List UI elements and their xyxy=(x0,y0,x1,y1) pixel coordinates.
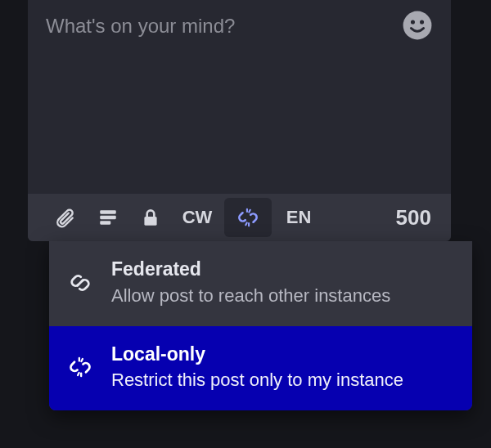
option-description: Restrict this post only to my instance xyxy=(111,368,403,392)
svg-rect-4 xyxy=(100,216,116,219)
poll-button[interactable] xyxy=(88,198,128,237)
option-title: Local-only xyxy=(111,343,403,367)
cw-label: CW xyxy=(182,207,213,228)
svg-rect-6 xyxy=(144,217,156,226)
svg-rect-5 xyxy=(100,221,110,224)
federation-option-federated[interactable]: Federated Allow post to reach other inst… xyxy=(49,241,472,326)
svg-line-10 xyxy=(246,223,246,226)
federation-dropdown: Federated Allow post to reach other inst… xyxy=(49,241,472,410)
compose-textarea[interactable]: What's on your mind? xyxy=(28,0,451,194)
language-button[interactable]: EN xyxy=(275,198,322,237)
emoji-picker-button[interactable] xyxy=(400,8,435,43)
svg-point-1 xyxy=(411,20,415,25)
compose-toolbar: CW EN 500 xyxy=(28,194,451,241)
option-description: Allow post to reach other instances xyxy=(111,284,390,308)
character-counter: 500 xyxy=(396,205,443,231)
svg-point-0 xyxy=(403,11,432,40)
broken-chain-icon xyxy=(67,354,93,380)
federation-button[interactable] xyxy=(224,198,272,237)
broken-chain-icon xyxy=(237,207,259,228)
lock-icon xyxy=(140,207,161,228)
svg-line-15 xyxy=(78,373,79,375)
poll-icon xyxy=(97,207,119,228)
smiley-icon xyxy=(402,10,433,41)
svg-line-8 xyxy=(249,210,250,213)
svg-point-2 xyxy=(420,20,424,25)
attach-media-button[interactable] xyxy=(46,198,85,237)
paperclip-icon xyxy=(55,207,76,228)
compose-placeholder: What's on your mind? xyxy=(46,15,235,37)
svg-line-11 xyxy=(78,280,83,285)
language-label: EN xyxy=(286,207,312,228)
content-warning-button[interactable]: CW xyxy=(173,198,221,237)
svg-rect-3 xyxy=(100,210,116,213)
federation-option-local-only[interactable]: Local-only Restrict this post only to my… xyxy=(49,326,472,411)
federation-option-text: Federated Allow post to reach other inst… xyxy=(111,258,390,308)
federation-option-text: Local-only Restrict this post only to my… xyxy=(111,343,403,393)
svg-line-13 xyxy=(81,359,83,361)
option-title: Federated xyxy=(111,258,390,282)
compose-box: What's on your mind? xyxy=(28,0,451,241)
chain-icon xyxy=(67,270,93,296)
visibility-button[interactable] xyxy=(131,198,170,237)
